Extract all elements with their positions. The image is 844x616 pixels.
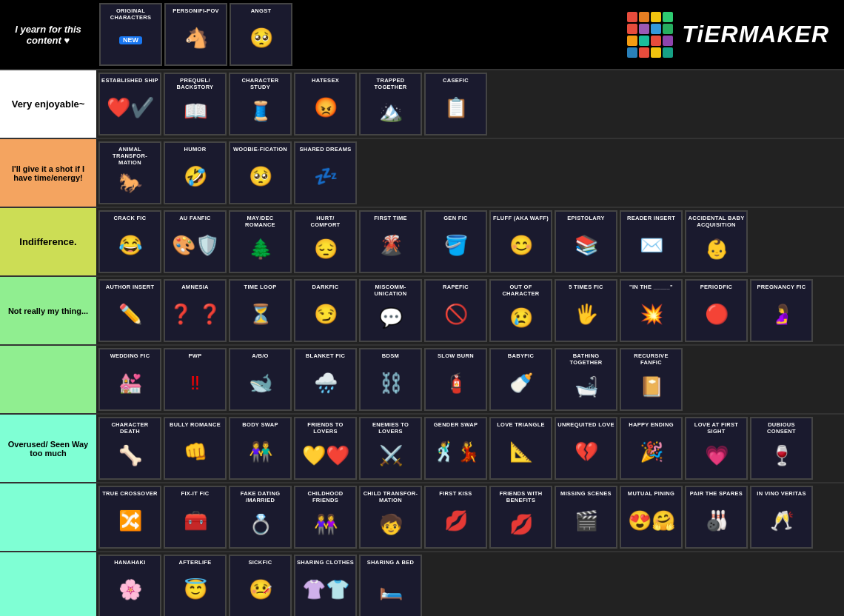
card-bully-romance[interactable]: BULLY ROMANCE 👊 [164,417,227,480]
tiermaker-logo: TiERMAKER [612,0,844,69]
card-friends-to-lovers[interactable]: FRIENDS TO LOVERS 💛❤️ [294,417,357,480]
card-sharing-clothes[interactable]: SHARING CLOTHES 👚👕 [294,555,357,616]
card-darkfic[interactable]: DARKFIC 😏 [294,279,357,342]
card-pregnancy-fic[interactable]: PREGNANCY FIC 🤰 [750,279,813,342]
label-very-enjoyable: Very enjoyable~ [0,70,96,138]
row-indifference: Indifference. CRACK FIC 😂 AU FANFIC 🎨🛡️ … [0,208,844,277]
card-fluff-waff[interactable]: FLUFF (AKA WAFF) 😊 [489,210,552,273]
card-epistolary[interactable]: EPISTOLARY 📚 [555,210,617,273]
card-au-fanfic[interactable]: AU FANFIC 🎨🛡️ [164,210,227,273]
card-unrequited-love[interactable]: UNREQUITED LOVE 💔 [555,417,617,480]
card-love-triangle[interactable]: LOVE TRIANGLE 📐 [489,417,552,480]
card-shared-dreams[interactable]: SHARED DREAMS 💤 [294,141,357,204]
card-true-crossover[interactable]: TRUE CROSSOVER 🔀 [98,486,161,549]
header-label-text: I yearn for this content ♥ [6,24,90,46]
card-gender-swap[interactable]: GENDER SWAP 🕺💃 [424,417,487,480]
card-bdsm[interactable]: BDSM ⛓️ [359,348,422,411]
card-in-the[interactable]: "IN THE _____" 💥 [620,279,683,342]
card-original-characters[interactable]: ORIGINALCHARACTERS NEW [99,3,162,66]
label-give-shot: I'll give it a shot if I have time/energ… [0,139,96,207]
card-sickfic[interactable]: SICKFIC 🤒 [229,555,292,616]
label-overused: Overused/ Seen Way too much [0,415,96,482]
card-first-kiss[interactable]: FIRST KISS 💋 [424,486,487,549]
card-casefic[interactable]: CASEFIC 📋 [424,73,487,135]
card-in-vino-veritas[interactable]: IN VINO VERITAS 🥂 [750,486,813,549]
card-love-at-first-sight[interactable]: LOVE AT FIRST SIGHT 💗 [685,417,748,480]
card-out-of-character[interactable]: OUT OF CHARACTER 😢 [489,279,552,342]
cards-not-really-2: WEDDING FIC 💒 PWP ‼️ A/B/O 🐋 BLANKET FIC… [96,346,844,413]
card-pwp[interactable]: PWP ‼️ [164,348,227,411]
card-pair-the-spares[interactable]: PAIR THE SPARES 🎳 [685,486,748,549]
card-happy-ending[interactable]: HAPPY ENDING 🎉 [620,417,683,480]
card-slow-burn[interactable]: SLOW BURN 🧯 [424,348,487,411]
card-character-study[interactable]: CHARACTER STUDY 🧵 [229,73,292,135]
card-child-transformation[interactable]: CHILD TRANSFOR-MATION 🧒 [359,486,422,549]
row-very-enjoyable: Very enjoyable~ ESTABLISHED SHIP ❤️✔️ PR… [0,70,844,139]
cards-overused-2: TRUE CROSSOVER 🔀 FIX-IT FIC 🧰 FAKE DATIN… [96,483,844,551]
logo-text: TiERMAKER [682,21,829,48]
row-overused-1: Overused/ Seen Way too much CHARACTER DE… [0,415,844,483]
cards-not-really-1: AUTHOR INSERT ✏️ AMNESIA ❓ ❓ TIME LOOP ⏳… [96,277,844,344]
card-humor[interactable]: HUMOR 🤣 [164,141,227,204]
card-hanahaki[interactable]: HANAHAKI 🌸 [98,555,161,616]
label-not-really-2 [0,346,96,413]
card-character-death[interactable]: CHARACTER DEATH 🦴 [98,417,161,480]
card-fix-it-fic[interactable]: FIX-IT FIC 🧰 [164,486,227,549]
card-childhood-friends[interactable]: CHILDHOOD FRIENDS 👭 [294,486,357,549]
row-not-really-2: WEDDING FIC 💒 PWP ‼️ A/B/O 🐋 BLANKET FIC… [0,346,844,415]
card-periodfic[interactable]: PERIODFIC 🔴 [685,279,748,342]
card-accidental-baby[interactable]: ACCIDENTAL BABY ACQUISITION 👶 [685,210,748,273]
card-hatesex[interactable]: HATESEX 😡 [294,73,357,135]
cards-very-enjoyable: ESTABLISHED SHIP ❤️✔️ PREQUEL/BACKSTORY … [96,70,844,138]
cards-overused-3: HANAHAKI 🌸 AFTERLIFE 😇 SICKFIC 🤒 SHARING… [96,552,844,616]
card-time-loop[interactable]: TIME LOOP ⏳ [229,279,292,342]
label-not-really: Not really my thing... [0,277,96,344]
card-sharing-a-bed[interactable]: SHARING A BED 🛏️ [359,555,422,616]
card-trapped-together[interactable]: TRAPPED TOGETHER 🏔️ [359,73,422,135]
card-dubious-consent[interactable]: DUBIOUS CONSENT 🍷 [750,417,813,480]
card-established-ship[interactable]: ESTABLISHED SHIP ❤️✔️ [98,73,161,135]
card-afterlife[interactable]: AFTERLIFE 😇 [164,555,227,616]
label-indifference: Indifference. [0,208,96,275]
card-may-dec-romance[interactable]: MAY/DEC ROMANCE 🌲 [229,210,292,273]
cards-overused-1: CHARACTER DEATH 🦴 BULLY ROMANCE 👊 BODY S… [96,415,844,482]
row-give-shot: I'll give it a shot if I have time/energ… [0,139,844,208]
card-hurt-comfort[interactable]: HURT/COMFORT 😔 [294,210,357,273]
label-overused-3 [0,552,96,616]
card-mutual-pining[interactable]: MUTUAL PINING 😍🤗 [620,486,683,549]
logo-grid [627,12,673,58]
row-overused-2: TRUE CROSSOVER 🔀 FIX-IT FIC 🧰 FAKE DATIN… [0,483,844,552]
header-cards-area: ORIGINALCHARACTERS NEW PERSONIFI-POV 🐴 A… [96,0,612,69]
label-overused-2 [0,483,96,551]
tier-list: I yearn for this content ♥ ORIGINALCHARA… [0,0,844,616]
card-enemies-to-lovers[interactable]: ENEMIES TO LOVERS ⚔️ [359,417,422,480]
card-missing-scenes[interactable]: MISSING SCENES 🎬 [555,486,617,549]
card-gen-fic[interactable]: GEN FIC 🪣 [424,210,487,273]
card-fake-dating[interactable]: FAKE DATING /MARRIED 💍 [229,486,292,549]
card-prequel-backstory[interactable]: PREQUEL/BACKSTORY 📖 [164,73,227,135]
card-crack-fic[interactable]: CRACK FIC 😂 [98,210,161,273]
card-friends-with-benefits[interactable]: FRIENDS WITH BENEFITS 💋 [489,486,552,549]
card-miscommunication[interactable]: MISCOMM-UNICATION 💬 [359,279,422,342]
card-woobie-fication[interactable]: WOOBIE-FICATION 🥺 [229,141,292,204]
card-bathing-together[interactable]: BATHING TOGETHER 🛁 [555,348,617,411]
card-rapefic[interactable]: RAPEFIC 🚫 [424,279,487,342]
card-blanket-fic[interactable]: BLANKET FIC 🌧️ [294,348,357,411]
card-reader-insert[interactable]: READER INSERT ✉️ [620,210,683,273]
card-body-swap[interactable]: BODY SWAP 👫 [229,417,292,480]
card-angst[interactable]: ANGST 🥺 [230,3,292,66]
card-amnesia[interactable]: AMNESIA ❓ ❓ [164,279,227,342]
cards-indifference: CRACK FIC 😂 AU FANFIC 🎨🛡️ MAY/DEC ROMANC… [96,208,844,275]
card-animal-transformation[interactable]: ANIMAL TRANSFOR-MATION 🐎 [98,141,161,204]
card-abo[interactable]: A/B/O 🐋 [229,348,292,411]
card-wedding-fic[interactable]: WEDDING FIC 💒 [98,348,161,411]
row-not-really-1: Not really my thing... AUTHOR INSERT ✏️ … [0,277,844,346]
card-babyfic[interactable]: BABYFIC 🍼 [489,348,552,411]
header-row: I yearn for this content ♥ ORIGINALCHARA… [0,0,844,70]
card-recursive-fanfic[interactable]: RECURSIVE FANFIC 📔 [620,348,683,411]
card-first-time[interactable]: FIRST TIME 🌋 [359,210,422,273]
header-label: I yearn for this content ♥ [0,0,96,69]
card-author-insert[interactable]: AUTHOR INSERT ✏️ [98,279,161,342]
card-personifi-pov[interactable]: PERSONIFI-POV 🐴 [164,3,227,66]
card-5-times-fic[interactable]: 5 TIMES FIC 🖐️ [555,279,617,342]
